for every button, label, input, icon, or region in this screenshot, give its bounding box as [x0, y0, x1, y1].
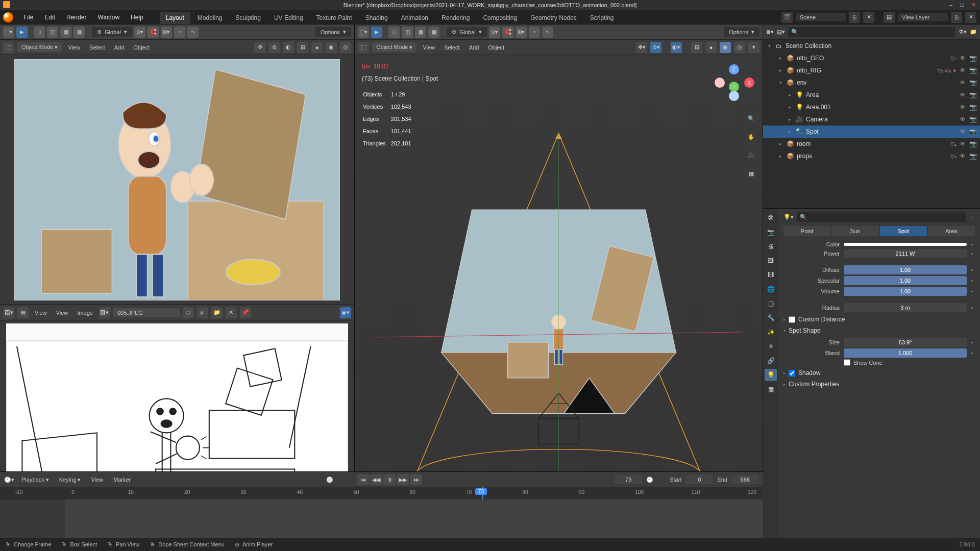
- select-mode-3-icon[interactable]: ▦: [60, 27, 71, 38]
- overlay-toggle-icon[interactable]: ⊚: [268, 42, 280, 53]
- render-icon[interactable]: 📷: [969, 116, 977, 123]
- orientation-3d-dropdown[interactable]: ⊕Global▾: [447, 27, 487, 37]
- render-icon[interactable]: 📷: [969, 104, 977, 111]
- disclosure-icon[interactable]: ▸: [777, 68, 783, 73]
- jump-start-icon[interactable]: ⏮: [357, 474, 369, 485]
- menu-render[interactable]: Render: [61, 12, 91, 23]
- render-icon[interactable]: 📷: [969, 67, 977, 74]
- img-image-menu[interactable]: Image: [74, 308, 96, 317]
- scene-del-icon[interactable]: ✕: [863, 12, 874, 23]
- tab-paint[interactable]: Texture Paint: [310, 12, 358, 24]
- render-icon[interactable]: 📷: [969, 91, 977, 98]
- render-icon[interactable]: 📷: [969, 128, 977, 135]
- eye-icon[interactable]: 👁: [959, 128, 967, 135]
- tree-row[interactable]: ▸ 📦 props ▽₉ 👁📷: [763, 150, 980, 162]
- image-name-field[interactable]: 005.JPEG: [113, 308, 180, 317]
- start-frame-field[interactable]: 0: [685, 475, 713, 484]
- tab-uv[interactable]: UV Editing: [268, 12, 309, 24]
- spot-size-field[interactable]: 63.9°: [844, 338, 967, 347]
- outliner-display-icon[interactable]: ▤▾: [777, 29, 785, 35]
- layer-name-field[interactable]: View Layer: [897, 13, 948, 22]
- tab-script[interactable]: Scripting: [584, 12, 620, 24]
- close-icon[interactable]: ✕: [970, 1, 977, 8]
- eye-icon[interactable]: 👁: [959, 55, 967, 62]
- prop-tab-scene-icon[interactable]: 🎞: [765, 269, 777, 281]
- render-icon[interactable]: 📷: [969, 153, 977, 160]
- proportional-icon[interactable]: ○: [174, 27, 185, 38]
- light-specular-field[interactable]: 1.00: [844, 276, 967, 285]
- render-icon[interactable]: 📷: [969, 140, 977, 147]
- panel-custom-distance[interactable]: ▸Custom Distance: [783, 314, 975, 325]
- outliner-search[interactable]: 🔍: [788, 27, 955, 37]
- select-mode-2-icon[interactable]: ◫: [47, 27, 58, 38]
- play-pause-icon[interactable]: ⏸: [383, 474, 396, 485]
- prop-tab-object-icon[interactable]: ◳: [765, 297, 777, 310]
- light-type-spot[interactable]: Spot: [880, 226, 927, 236]
- tl-view-menu[interactable]: View: [88, 475, 106, 484]
- prop-tab-viewlayer-icon[interactable]: 🖼: [765, 255, 777, 267]
- view-menu[interactable]: View: [65, 43, 83, 52]
- status-anim-player[interactable]: ⊘Anim Player: [235, 541, 273, 548]
- shading-render-icon[interactable]: ◎: [340, 42, 351, 53]
- select-3d-menu[interactable]: Select: [441, 43, 463, 52]
- tree-row[interactable]: ▸ 💡 Area.001 👁📷: [763, 101, 980, 113]
- select-menu[interactable]: Select: [86, 43, 108, 52]
- tree-row[interactable]: ▸ 📦 otto_GEO ▽₅ 👁📷: [763, 52, 980, 64]
- autokey-icon[interactable]: ⚪: [326, 477, 333, 483]
- prop-tab-world-icon[interactable]: 🌐: [765, 283, 777, 295]
- timeline-area[interactable]: -100102030405060708090100110120 73: [0, 487, 763, 538]
- orientation-dropdown[interactable]: ⊕Global▾: [92, 27, 132, 37]
- snap-target-3d-icon[interactable]: ⊞▾: [516, 27, 527, 38]
- proportional-falloff-3d-icon[interactable]: ∿: [542, 27, 553, 38]
- prop-tab-texture-icon[interactable]: ▦: [765, 383, 777, 395]
- xray-3d-icon[interactable]: ◐▾: [671, 42, 682, 53]
- layer-browse-icon[interactable]: ▤: [884, 12, 895, 23]
- image-new-icon[interactable]: ⎘: [197, 307, 208, 318]
- outliner-type-icon[interactable]: ≣▾: [766, 29, 774, 35]
- shading-solid-icon[interactable]: ●: [311, 42, 323, 53]
- eye-icon[interactable]: 👁: [959, 140, 967, 147]
- xray-icon[interactable]: ◐: [283, 42, 294, 53]
- tree-root[interactable]: ▾🗀 Scene Collection: [763, 40, 980, 52]
- tl-marker-menu[interactable]: Marker: [110, 475, 134, 484]
- shadow-check[interactable]: [789, 370, 795, 377]
- prop-header-icon[interactable]: 💡▾: [783, 214, 794, 220]
- light-diffuse-field[interactable]: 1.00: [844, 265, 967, 274]
- snap-icon[interactable]: 🧲: [148, 27, 159, 38]
- disclosure-icon[interactable]: ▸: [787, 92, 793, 97]
- minimize-icon[interactable]: –: [947, 1, 954, 8]
- panel-custom-props[interactable]: ▸Custom Properties: [783, 379, 975, 390]
- disclosure-icon[interactable]: ▸: [787, 105, 793, 110]
- jump-end-icon[interactable]: ⏭: [410, 474, 422, 485]
- nav-gizmo[interactable]: Z X Y: [717, 64, 752, 100]
- prop-options-icon[interactable]: ⋮: [969, 214, 975, 220]
- light-type-point[interactable]: Point: [783, 226, 830, 236]
- mode-3d-dropdown[interactable]: Object Mode ▾: [372, 42, 416, 52]
- pan-icon[interactable]: ✋: [744, 130, 758, 144]
- sel-m1-icon[interactable]: □: [388, 27, 400, 38]
- prop-tab-output-icon[interactable]: 🖨: [765, 240, 777, 253]
- camera-view-icon[interactable]: 🎥: [744, 148, 758, 162]
- zoom-icon[interactable]: 🔍: [744, 111, 758, 126]
- render-icon[interactable]: 📷: [969, 79, 977, 86]
- tab-modeling[interactable]: Modeling: [191, 12, 229, 24]
- image-editor-type-icon[interactable]: 🖼▾: [3, 307, 14, 318]
- snap-3d-icon[interactable]: 🧲: [502, 27, 513, 38]
- shade-solid-icon[interactable]: ●: [705, 42, 717, 53]
- cursor-tool-3d-icon[interactable]: ▶: [371, 27, 382, 38]
- disclosure-icon[interactable]: ▾: [777, 80, 783, 85]
- tab-shading[interactable]: Shading: [359, 12, 394, 24]
- select-mode-4-icon[interactable]: ▩: [74, 27, 85, 38]
- blender-logo-icon[interactable]: [3, 12, 13, 22]
- outliner-new-col-icon[interactable]: 📁: [970, 29, 977, 35]
- menu-window[interactable]: Window: [92, 12, 125, 23]
- sel-m4-icon[interactable]: ▩: [428, 27, 439, 38]
- img-view-menu2[interactable]: View: [53, 308, 71, 317]
- image-display-icon[interactable]: ◉▾: [340, 307, 351, 318]
- mode-icon[interactable]: ⬚: [3, 42, 14, 53]
- img-view-menu[interactable]: View: [32, 308, 50, 317]
- view-3d-menu[interactable]: View: [420, 43, 438, 52]
- menu-file[interactable]: File: [18, 12, 38, 23]
- shade-wire-icon[interactable]: ⊞: [691, 42, 702, 53]
- image-fake-icon[interactable]: 🛡: [183, 307, 194, 318]
